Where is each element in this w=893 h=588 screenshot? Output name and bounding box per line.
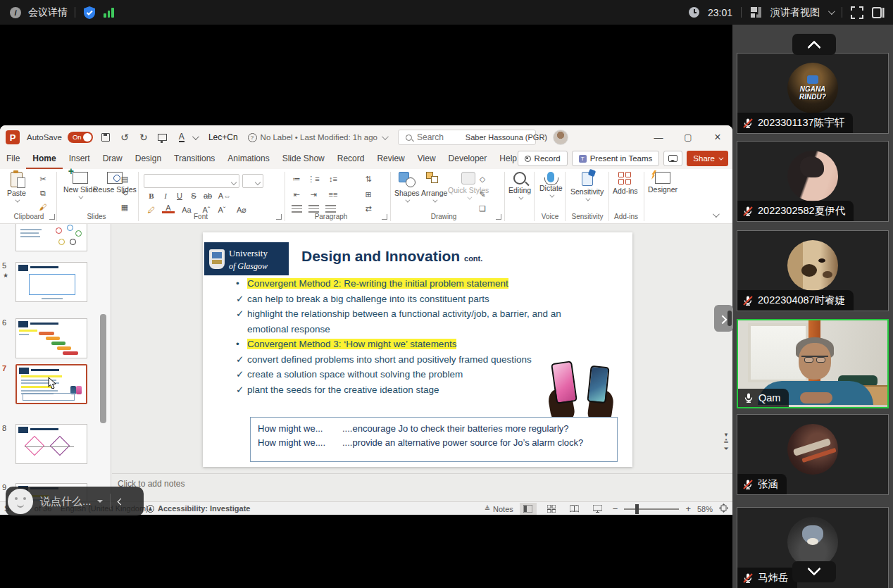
chat-options-caret[interactable]	[97, 500, 103, 506]
tab-design[interactable]: Design	[129, 149, 168, 169]
expand-panel-button[interactable]	[714, 305, 733, 332]
participant-tile[interactable]: NGANARINDU? 2023301137陈宇轩	[737, 53, 889, 134]
paragraph-dialog-launcher[interactable]	[382, 214, 387, 220]
slide-nav-arrows[interactable]: ▾≛⏷	[721, 431, 731, 452]
tab-home[interactable]: Home	[26, 149, 62, 169]
fullscreen-icon[interactable]	[851, 6, 863, 19]
slide-thumbnail[interactable]	[15, 262, 87, 302]
security-shield-icon[interactable]	[82, 6, 96, 20]
tab-view[interactable]: View	[411, 149, 442, 169]
accessibility-status[interactable]: ♟Accessibility: Investigate	[146, 504, 250, 513]
scroll-participants-up-button[interactable]	[792, 34, 836, 55]
highlight-color-button[interactable]: 🖊	[145, 204, 158, 215]
account-avatar[interactable]	[553, 130, 568, 145]
maximize-button[interactable]: ▢	[673, 125, 703, 149]
align-text-button[interactable]: ⊞	[362, 189, 375, 200]
text-direction-button[interactable]: ⇅	[362, 173, 375, 184]
drawing-dialog-launcher[interactable]	[496, 214, 501, 220]
tab-record[interactable]: Record	[331, 149, 371, 169]
bold-button[interactable]: B	[145, 190, 158, 201]
increase-indent-button[interactable]: ⇥	[307, 189, 320, 200]
comments-button[interactable]	[663, 151, 682, 166]
slide-sorter-view-button[interactable]	[543, 503, 560, 515]
network-signal-icon[interactable]	[104, 8, 114, 18]
strikethrough-button[interactable]: S	[187, 190, 200, 201]
slide-layout-icon[interactable]: ▤	[118, 173, 131, 184]
clear-formatting-button[interactable]: A⌀	[235, 204, 248, 215]
shapes-button[interactable]: Shapes	[394, 172, 420, 203]
columns-button[interactable]: ≡≡	[327, 189, 339, 200]
emoji-button[interactable]	[8, 489, 33, 514]
scroll-participants-down-button[interactable]	[792, 561, 836, 582]
present-in-teams-button[interactable]: TPresent in Teams	[572, 151, 660, 166]
line-spacing-button[interactable]: ↕≡	[327, 173, 339, 184]
participant-tile[interactable]: 2022304087时睿婕	[737, 230, 889, 311]
tab-developer[interactable]: Developer	[442, 149, 494, 169]
format-painter-icon[interactable]: 🖌	[37, 201, 49, 213]
sensitivity-button[interactable]: Sensitivity	[570, 172, 604, 201]
slide-thumbnail[interactable]	[15, 424, 87, 464]
close-button[interactable]: ×	[703, 125, 732, 149]
numbering-button[interactable]: ⋮≡	[307, 173, 320, 184]
normal-view-button[interactable]	[520, 503, 537, 515]
fit-slide-button[interactable]	[719, 503, 728, 514]
reading-view-button[interactable]	[566, 503, 583, 515]
save-icon[interactable]	[99, 131, 112, 144]
participant-tile-active-speaker[interactable]: Qam	[737, 319, 889, 408]
editing-button[interactable]: Editing	[508, 172, 531, 200]
italic-button[interactable]: I	[159, 190, 172, 201]
account-name[interactable]: Saber Hassouna (PGR)	[466, 133, 547, 142]
tab-animations[interactable]: Animations	[221, 149, 275, 169]
chevron-down-icon[interactable]	[828, 8, 835, 15]
slide-thumbnail[interactable]	[15, 318, 87, 358]
new-slide-button[interactable]: New Slide	[63, 172, 96, 199]
quick-access-more-icon[interactable]	[192, 133, 199, 140]
character-spacing-button[interactable]: A⇔	[218, 190, 231, 201]
addins-button[interactable]: Add-ins	[613, 172, 638, 195]
font-size-combo[interactable]	[242, 174, 263, 188]
participant-tile[interactable]: 张涵	[737, 414, 889, 495]
slide-thumbnail-selected[interactable]	[15, 364, 87, 404]
thumbnail-scrollbar[interactable]	[100, 314, 106, 423]
collapse-chat-button[interactable]	[111, 499, 132, 504]
text-shadow-button[interactable]: ab	[201, 190, 214, 201]
decrease-indent-button[interactable]: ⇤	[290, 189, 303, 200]
share-button[interactable]: Share	[687, 151, 728, 166]
undo-icon[interactable]: ↺	[118, 131, 131, 144]
redo-icon[interactable]: ↻	[137, 131, 150, 144]
zoom-in-button[interactable]: +	[685, 503, 691, 514]
font-name-combo[interactable]	[144, 174, 239, 188]
designer-button[interactable]: Designer	[648, 172, 677, 194]
bullets-button[interactable]: ≔	[290, 173, 303, 184]
slide-thumbnail[interactable]	[15, 224, 87, 251]
zoom-out-button[interactable]: −	[613, 503, 618, 514]
reset-slide-icon[interactable]: ⟲	[118, 187, 131, 199]
shape-fill-icon[interactable]: ◇	[476, 173, 489, 184]
record-button[interactable]: Record	[518, 151, 568, 166]
paste-button[interactable]: Paste	[7, 172, 26, 203]
document-status[interactable]: No Label • Last Modified: 1h ago	[261, 133, 387, 142]
slideshow-view-button[interactable]	[589, 503, 606, 515]
tab-draw[interactable]: Draw	[96, 149, 129, 169]
tab-transitions[interactable]: Transitions	[168, 149, 221, 169]
meeting-details-button[interactable]: 会议详情	[28, 6, 68, 19]
zoom-level[interactable]: 58%	[697, 505, 713, 513]
section-icon[interactable]: ▦	[118, 201, 131, 213]
shape-outline-icon[interactable]: ✎	[476, 189, 489, 200]
arrange-button[interactable]: Arrange	[421, 172, 447, 203]
underline-icon[interactable]: A	[175, 131, 188, 144]
tab-slideshow[interactable]: Slide Show	[276, 149, 331, 169]
underline-button[interactable]: U	[173, 190, 186, 201]
collapse-ribbon-icon[interactable]	[713, 211, 720, 218]
current-slide-canvas[interactable]: Universityof Glasgow Design and Innovati…	[203, 232, 632, 467]
toggle-sidebar-icon[interactable]	[872, 6, 885, 19]
clipboard-dialog-launcher[interactable]	[49, 214, 55, 220]
dictate-button[interactable]: Dictate	[539, 172, 563, 198]
copy-icon[interactable]: ⧉	[37, 187, 49, 199]
tab-review[interactable]: Review	[370, 149, 411, 169]
autosave-toggle[interactable]: On	[68, 132, 93, 143]
cut-icon[interactable]: ✂	[37, 173, 49, 184]
view-mode-selector[interactable]: 演讲者视图	[770, 6, 820, 19]
tab-file[interactable]: File	[0, 149, 26, 169]
slideshow-from-start-icon[interactable]	[156, 131, 169, 144]
